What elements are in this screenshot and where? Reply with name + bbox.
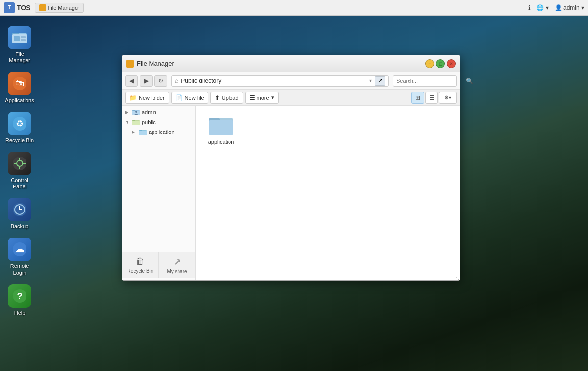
admin-tree-label: admin <box>142 109 156 115</box>
window-title: File Manager <box>137 60 422 67</box>
file-manager-window: File Manager − ◻ ✕ ◀ ▶ ↻ ⌂ Public direct… <box>122 55 460 281</box>
desktop-icon-applications[interactable]: 🛍 Applications <box>2 70 37 106</box>
taskbar-app-label: File Manager <box>48 5 79 11</box>
file-item-application[interactable]: application <box>202 111 241 148</box>
backup-label: Backup <box>11 223 29 230</box>
address-go-button[interactable]: ↗ <box>375 76 385 86</box>
admin-folder-icon <box>132 109 140 116</box>
new-folder-label: New folder <box>139 95 165 101</box>
search-icon[interactable]: 🔍 <box>466 78 473 84</box>
nav-toolbar: ◀ ▶ ↻ ⌂ Public directory ▾ ↗ 🔍 <box>122 72 460 90</box>
resize-handle[interactable]: ⋱ <box>454 274 460 280</box>
svg-rect-37 <box>209 120 233 135</box>
remotelogin-label: Remote Login <box>4 263 35 276</box>
applications-icon: 🛍 <box>8 72 31 95</box>
help-icon: ? <box>8 284 31 308</box>
more-icon: ☰ <box>250 94 255 101</box>
info-icon[interactable]: ℹ <box>528 4 531 11</box>
new-folder-button[interactable]: 📁 New folder <box>125 92 169 104</box>
window-title-icon <box>126 60 134 68</box>
back-button[interactable]: ◀ <box>125 75 138 87</box>
filemanager-icon <box>8 26 31 49</box>
recycle-bin-sidebar-label: Recycle Bin <box>128 268 153 274</box>
globe-icon[interactable]: 🌐 ▾ <box>537 4 548 11</box>
sidebar-item-public[interactable]: ▼ public <box>122 117 195 127</box>
recyclebin-label: Recycle Bin <box>5 137 34 144</box>
desktop-icon-recyclebin[interactable]: ♻ Recycle Bin <box>2 110 37 146</box>
tree-arrow-public: ▼ <box>125 120 131 125</box>
search-input[interactable] <box>396 78 464 84</box>
home-icon: ⌂ <box>175 78 178 84</box>
recyclebin-icon: ♻ <box>8 112 31 135</box>
window-body: ▶ admin ▼ public <box>122 106 460 280</box>
more-button[interactable]: ☰ more ▾ <box>245 92 279 104</box>
taskbar-right: ℹ 🌐 ▾ 👤 admin ▾ <box>528 4 584 11</box>
refresh-button[interactable]: ↻ <box>154 75 167 87</box>
list-view-button[interactable]: ☰ <box>425 92 438 104</box>
recycle-bin-sidebar-icon: 🗑 <box>136 256 145 266</box>
window-controls: − ◻ ✕ <box>425 59 456 68</box>
upload-label: Upload <box>222 95 239 101</box>
desktop-icon-backup[interactable]: Backup <box>2 196 37 232</box>
application-tree-label: application <box>149 129 175 135</box>
sidebar-item-admin[interactable]: ▶ admin <box>122 107 195 117</box>
taskbar-logo-text: TOS <box>17 4 31 12</box>
filemanager-taskbar-icon <box>39 4 46 11</box>
forward-button[interactable]: ▶ <box>140 75 153 87</box>
recycle-bin-sidebar-button[interactable]: 🗑 Recycle Bin <box>122 252 159 278</box>
svg-rect-3 <box>14 36 20 41</box>
taskbar: T TOS File Manager ℹ 🌐 ▾ 👤 admin ▾ <box>0 0 588 16</box>
address-bar: ⌂ Public directory ▾ ↗ <box>171 75 389 87</box>
my-share-sidebar-icon: ↗ <box>174 256 181 267</box>
view-buttons: ⊞ ☰ ⚙▾ <box>411 92 457 104</box>
address-text: Public directory <box>181 78 366 84</box>
svg-point-27 <box>135 111 137 113</box>
filemanager-label: File Manager <box>4 51 35 64</box>
new-folder-icon: 📁 <box>129 94 137 101</box>
public-tree-label: public <box>142 119 156 125</box>
new-file-icon: 📄 <box>176 94 183 101</box>
application-file-label: application <box>208 139 234 145</box>
my-share-sidebar-button[interactable]: ↗ My share <box>159 252 195 278</box>
tree-arrow-application: ▶ <box>132 130 138 134</box>
desktop-icon-remotelogin[interactable]: ☁ Remote Login <box>2 236 37 278</box>
sidebar-bottom-buttons: 🗑 Recycle Bin ↗ My share <box>122 252 195 278</box>
application-folder-large-icon <box>208 114 234 136</box>
svg-rect-4 <box>21 36 26 38</box>
action-bar: 📁 New folder 📄 New file ⬆ Upload ☰ more … <box>122 90 460 106</box>
more-label: more <box>257 95 269 101</box>
applications-label: Applications <box>5 97 34 104</box>
grid-view-button[interactable]: ⊞ <box>411 92 424 104</box>
svg-rect-30 <box>132 121 140 125</box>
my-share-sidebar-label: My share <box>167 269 187 274</box>
view-more-button[interactable]: ⚙▾ <box>439 92 457 104</box>
desktop-icon-filemanager[interactable]: File Manager <box>2 24 37 66</box>
close-button[interactable]: ✕ <box>447 59 456 68</box>
svg-text:🛍: 🛍 <box>15 79 24 88</box>
upload-button[interactable]: ⬆ Upload <box>210 92 243 104</box>
more-arrow-icon: ▾ <box>271 94 274 101</box>
taskbar-filemanager-button[interactable]: File Manager <box>35 3 84 13</box>
controlpanel-label: Control Panel <box>4 177 35 190</box>
address-dropdown-icon: ▾ <box>369 78 372 83</box>
public-folder-icon <box>132 119 140 126</box>
tree-arrow-admin: ▶ <box>125 110 131 115</box>
main-content: application <box>196 106 460 280</box>
svg-rect-5 <box>21 39 26 41</box>
search-box: 🔍 <box>393 75 457 87</box>
desktop-icon-controlpanel[interactable]: Control Panel <box>2 150 37 192</box>
minimize-button[interactable]: − <box>425 59 434 68</box>
remotelogin-icon: ☁ <box>8 238 31 261</box>
taskbar-logo: T TOS <box>4 2 31 13</box>
window-titlebar: File Manager − ◻ ✕ <box>122 55 460 72</box>
svg-text:☁: ☁ <box>15 243 25 254</box>
new-file-button[interactable]: 📄 New file <box>171 92 208 104</box>
svg-text:?: ? <box>17 292 23 301</box>
user-menu[interactable]: 👤 admin ▾ <box>555 4 584 11</box>
desktop-icon-help[interactable]: ? Help <box>2 282 37 318</box>
controlpanel-icon <box>8 152 31 175</box>
maximize-button[interactable]: ◻ <box>436 59 445 68</box>
tos-logo-icon: T <box>4 2 15 13</box>
sidebar-item-application[interactable]: ▶ application <box>122 127 195 137</box>
sidebar: ▶ admin ▼ public <box>122 106 196 280</box>
